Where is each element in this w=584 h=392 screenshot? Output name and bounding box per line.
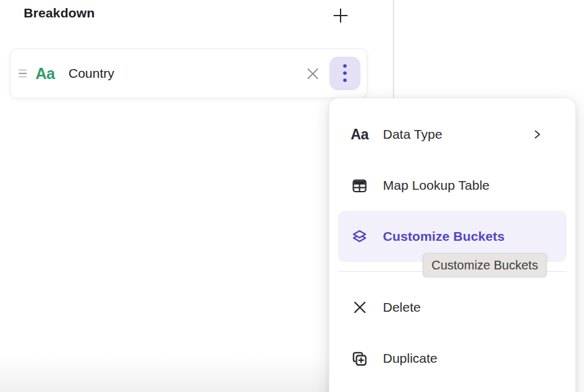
plus-icon bbox=[331, 6, 350, 25]
menu-item-delete[interactable]: Delete bbox=[338, 282, 567, 333]
menu-item-label: Data Type bbox=[383, 127, 442, 142]
menu-item-data-type[interactable]: Aa Data Type bbox=[338, 109, 567, 160]
layers-buckets-icon bbox=[351, 228, 368, 245]
close-icon bbox=[305, 66, 321, 82]
chevron-right-icon bbox=[531, 128, 544, 141]
menu-item-label: Delete bbox=[383, 300, 421, 315]
text-type-icon: Aa bbox=[351, 126, 368, 143]
customize-buckets-tooltip: Customize Buckets bbox=[423, 253, 547, 277]
drag-handle-icon[interactable] bbox=[17, 67, 28, 80]
field-more-options-button[interactable] bbox=[329, 57, 360, 90]
menu-item-label: Duplicate bbox=[383, 351, 438, 366]
menu-item-label: Customize Buckets bbox=[383, 229, 504, 244]
add-breakdown-button[interactable] bbox=[329, 4, 352, 27]
menu-item-duplicate[interactable]: Duplicate bbox=[338, 333, 567, 384]
page-title: Breakdown bbox=[24, 6, 95, 21]
text-type-icon: Aa bbox=[35, 65, 55, 83]
menu-item-label: Map Lookup Table bbox=[383, 178, 489, 193]
menu-item-map-lookup-table[interactable]: Map Lookup Table bbox=[338, 160, 567, 211]
delete-x-icon bbox=[351, 299, 368, 316]
breakdown-panel: Breakdown Aa Country bbox=[0, 0, 584, 392]
copy-plus-icon bbox=[351, 350, 368, 367]
lookup-table-icon bbox=[351, 177, 368, 194]
field-label: Country bbox=[68, 66, 115, 81]
remove-field-button[interactable] bbox=[301, 62, 324, 85]
breakdown-field-card: Aa Country bbox=[10, 49, 367, 98]
kebab-vertical-icon bbox=[342, 63, 348, 84]
field-options-menu: Aa Data Type Map Lookup Table bbox=[329, 98, 576, 392]
